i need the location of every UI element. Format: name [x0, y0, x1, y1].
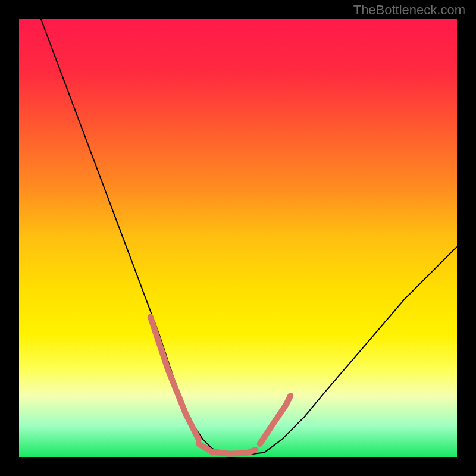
bottleneck-chart: [19, 19, 457, 457]
gradient-background: [19, 19, 457, 457]
watermark-text: TheBottleneck.com: [353, 2, 465, 18]
